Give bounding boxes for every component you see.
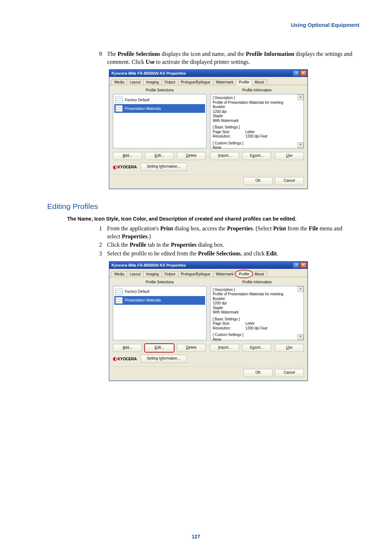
import-button[interactable]: Import... — [210, 152, 239, 160]
setting-information-button[interactable]: Setting Information... — [140, 163, 187, 171]
profile-selections-list[interactable]: Factory Default Presentation Materials — [113, 286, 207, 340]
tab-profile[interactable]: Profile — [236, 79, 252, 85]
tab-prologue-epilogue[interactable]: Prologue/Epilogue — [178, 271, 213, 277]
tab-output[interactable]: Output — [162, 79, 178, 85]
list-item[interactable]: Factory Default — [114, 287, 205, 296]
tab-layout[interactable]: Layout — [127, 79, 143, 85]
delete-button[interactable]: Delete — [177, 344, 206, 352]
step-number: 9 — [93, 50, 107, 58]
properties-dialog-2: Kyocera Mita FS-9500DN KX Properties ? ✕… — [109, 261, 308, 381]
add-button[interactable]: Add... — [113, 344, 142, 352]
brand-mark-icon: ◐ — [113, 356, 117, 361]
profile-information-header: Profile Information — [210, 88, 304, 92]
tab-imaging[interactable]: Imaging — [143, 271, 162, 277]
tab-media[interactable]: Media — [111, 79, 127, 85]
scroll-down-icon[interactable]: ▼ — [298, 334, 303, 340]
step-9: 9 The Profile Selections displays the ic… — [93, 50, 356, 66]
titlebar: Kyocera Mita FS-9500DN KX Properties ? ✕ — [109, 262, 307, 269]
add-button[interactable]: Add... — [113, 152, 142, 160]
brand-mark-icon: ◐ — [113, 164, 117, 170]
step-text: From the application's Print dialog box,… — [107, 225, 356, 240]
profile-icon — [115, 288, 123, 295]
export-button[interactable]: Export... — [242, 152, 271, 160]
step-text: The Profile Selections displays the icon… — [107, 50, 356, 66]
close-button[interactable]: ✕ — [300, 262, 307, 268]
list-item[interactable]: Presentation Materials — [114, 104, 205, 113]
list-item[interactable]: Presentation Materials — [114, 296, 205, 305]
step-text: Click the Profile tab in the Properties … — [107, 241, 356, 249]
tab-output[interactable]: Output — [162, 271, 178, 277]
tab-media[interactable]: Media — [111, 271, 127, 277]
page-section-header: Using Optional Equipment — [291, 22, 359, 28]
export-button[interactable]: Export... — [242, 344, 271, 352]
delete-button[interactable]: Delete — [177, 152, 206, 160]
profile-icon — [115, 105, 123, 112]
step-2: 2 Click the Profile tab in the Propertie… — [93, 241, 356, 249]
properties-dialog-1: Kyocera Mita FS-9500DN KX Properties ? ✕… — [109, 69, 308, 189]
import-button[interactable]: Import... — [210, 344, 239, 352]
editing-profiles-intro: The Name, Icon Style, Icon Color, and De… — [67, 216, 359, 222]
profile-selections-header: Profile Selections — [113, 280, 207, 284]
help-button[interactable]: ? — [293, 70, 299, 76]
edit-button[interactable]: Edit... — [145, 344, 174, 352]
cancel-button[interactable]: Cancel — [275, 177, 304, 185]
tab-prologue-epilogue[interactable]: Prologue/Epilogue — [178, 79, 213, 85]
ok-button[interactable]: OK — [244, 369, 273, 377]
step-1: 1 From the application's Print dialog bo… — [93, 225, 356, 240]
profile-selections-list[interactable]: Factory Default Presentation Materials — [113, 94, 207, 148]
step-3: 3 Select the profile to be edited from t… — [93, 250, 356, 258]
profile-icon — [115, 297, 123, 304]
tabstrip: Media Layout Imaging Output Prologue/Epi… — [109, 269, 307, 277]
setting-information-button[interactable]: Setting Information... — [140, 355, 187, 363]
use-button[interactable]: Use — [275, 152, 304, 160]
scroll-up-icon[interactable]: ▲ — [298, 286, 303, 292]
profile-information-box: ▲ [ Description ] Profile of Presentatio… — [210, 94, 304, 148]
titlebar: Kyocera Mita FS-9500DN KX Properties ? ✕ — [109, 70, 307, 77]
scroll-up-icon[interactable]: ▲ — [298, 94, 303, 100]
page-number: 127 — [0, 534, 392, 539]
scroll-down-icon[interactable]: ▼ — [298, 142, 303, 148]
help-button[interactable]: ? — [293, 262, 299, 268]
use-button[interactable]: Use — [275, 344, 304, 352]
profile-selections-header: Profile Selections — [113, 88, 207, 92]
tab-profile[interactable]: Profile — [236, 271, 252, 277]
edit-button[interactable]: Edit... — [145, 152, 174, 160]
tab-imaging[interactable]: Imaging — [143, 79, 162, 85]
tabstrip: Media Layout Imaging Output Prologue/Epi… — [109, 77, 307, 85]
tab-watermark[interactable]: Watermark — [213, 79, 237, 85]
step-number: 2 — [93, 241, 107, 249]
cancel-button[interactable]: Cancel — [275, 369, 304, 377]
section-heading-editing-profiles: Editing Profiles — [47, 202, 359, 211]
window-title: Kyocera Mita FS-9500DN KX Properties — [111, 71, 186, 75]
close-button[interactable]: ✕ — [300, 70, 307, 76]
step-text: Select the profile to be edited from the… — [107, 250, 356, 258]
profile-icon — [115, 97, 123, 103]
step-number: 3 — [93, 250, 107, 258]
list-item[interactable]: Factory Default — [114, 95, 205, 104]
tab-about[interactable]: About — [252, 79, 267, 85]
ok-button[interactable]: OK — [244, 177, 273, 185]
tab-layout[interactable]: Layout — [127, 271, 143, 277]
tab-about[interactable]: About — [252, 271, 267, 277]
window-title: Kyocera Mita FS-9500DN KX Properties — [111, 263, 186, 267]
step-number: 1 — [93, 225, 107, 233]
tab-watermark[interactable]: Watermark — [213, 271, 237, 277]
profile-information-box: ▲ [ Description ] Profile of Presentatio… — [210, 286, 304, 340]
brand-logo: ◐ KYOCERA — [113, 164, 137, 170]
brand-logo: ◐ KYOCERA — [113, 356, 137, 361]
profile-information-header: Profile Information — [210, 280, 304, 284]
